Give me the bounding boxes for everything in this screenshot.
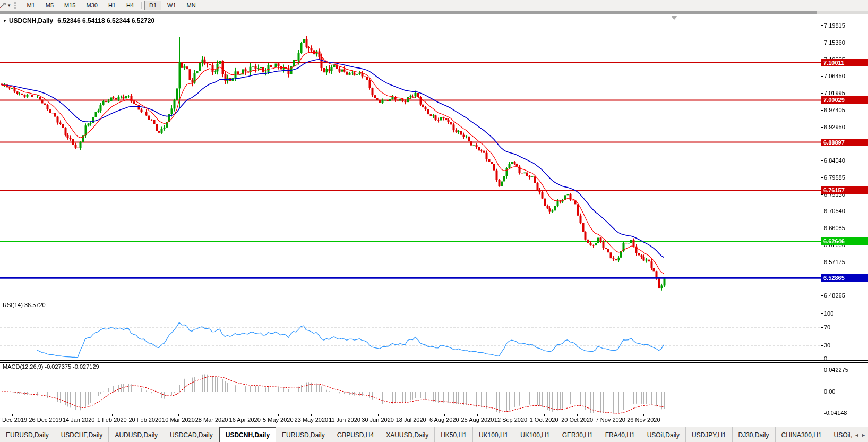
chart-tab-8[interactable]: HK50,H1 [435,427,473,442]
axis-tick-label: 6.92950 [824,124,845,130]
toolbar-separator [141,2,142,9]
axis-tick-label: 20 Oct 2020 [561,416,593,423]
timeframe-button-m15[interactable]: M15 [59,1,80,10]
chart-tab-bar: EURUSD,DailyUSDCHF,DailyAUDUSD,DailyUSDC… [0,427,868,442]
chart-tab-2[interactable]: AUDUSD,Daily [109,427,164,442]
axis-tick-label: 6.70540 [824,208,845,214]
axis-tick-label: 100 [824,310,833,317]
axis-tick-label: 7.06450 [824,73,845,79]
chart-tab-10[interactable]: UK100,H1 [514,427,556,442]
tab-scroll-left-icon[interactable]: ◄ [854,432,859,438]
price-line-tag: 7.10011 [821,59,868,66]
collapse-triangle-icon[interactable]: ▼ [3,19,7,23]
chart-tab-3[interactable]: USDCAD,Daily [164,427,219,442]
axis-tick-label: 11 Jun 2020 [329,416,360,423]
chart-shift-marker-icon[interactable] [671,16,677,20]
chart-title: ▼USDCNH,Daily6.52346 6.54118 6.52344 6.5… [3,17,154,24]
price-line-tag: 6.52865 [821,274,868,282]
chart-tab-4[interactable]: USDCNH,Daily [219,427,276,442]
axis-tick-label: 25 Aug 2020 [461,416,494,423]
chart-ohlc-values: 6.52346 6.54118 6.52344 6.52720 [57,17,154,24]
axis-tick-label: 30 [824,342,830,348]
axis-tick-label: 70 [824,324,830,330]
tab-strip: EURUSD,DailyUSDCHF,DailyAUDUSD,DailyUSDC… [0,427,863,442]
chart-tab-13[interactable]: USOil,Daily [641,427,686,442]
axis-tick-label: 28 Mar 2020 [195,416,228,423]
app-root: ▾ M1M5M15M30H1H4D1W1MN ▼USDCNH,Daily6.52… [0,0,868,442]
chart-tab-12[interactable]: FRA40,H1 [599,427,641,442]
panel-divider-rsi[interactable] [0,298,868,300]
price-line-tag: 6.76157 [821,186,868,194]
price-line-tag: 6.62646 [821,237,868,245]
scrollbar-thumb[interactable] [0,11,817,14]
axis-tick-label: 6.79585 [824,174,845,181]
chart-horizontal-scrollbar[interactable] [0,11,868,14]
chart-tab-1[interactable]: USDCHF,Daily [55,427,109,442]
chart-tab-9[interactable]: UK100,H1 [473,427,514,442]
axis-tick-label: 6.57175 [824,259,845,265]
timeframe-button-w1[interactable]: W1 [162,1,181,10]
chart-tab-7[interactable]: XAUUSD,Daily [380,427,435,442]
timeframe-button-m30[interactable]: M30 [82,1,102,10]
axis-tick-label: 7 Dec 2019 [0,416,27,423]
axis-tick-label: 6.66085 [824,225,845,231]
axis-tick-label: 26 Nov 2020 [627,416,660,423]
chart-tab-14[interactable]: USDJPY,H1 [686,427,732,442]
axis-tick-label: 6 Aug 2020 [429,416,459,423]
axis-tick-label: 7 Nov 2020 [596,416,625,423]
panel-divider-macd[interactable] [0,359,868,362]
timeframe-toolbar: ▾ M1M5M15M30H1H4D1W1MN [0,0,868,11]
timeframe-button-d1[interactable]: D1 [144,1,161,10]
timeframe-button-h4[interactable]: H4 [122,1,139,10]
timeframe-button-mn[interactable]: MN [182,1,201,10]
timeframe-buttons: M1M5M15M30H1H4D1W1MN [22,1,201,10]
chart-tab-6[interactable]: GBPUSD,H4 [331,427,380,442]
dropdown-caret-icon[interactable]: ▾ [7,3,13,8]
chart-tab-0[interactable]: EURUSD,Daily [0,427,55,442]
timeframe-button-m1[interactable]: M1 [22,1,40,10]
chart-window: ▼USDCNH,Daily6.52346 6.54118 6.52344 6.5… [0,14,868,427]
axis-tick-label: 6.97405 [824,107,845,113]
axis-tick-label: 14 Jan 2020 [63,416,95,423]
axis-tick-label: 30 Jun 2020 [362,416,394,423]
tab-scroll-right-icon[interactable]: ► [861,432,866,438]
chart-tab-11[interactable]: GER30,H1 [556,427,599,442]
chart-symbol-label: USDCNH,Daily [9,17,53,24]
chart-tab-5[interactable]: EURUSD,Daily [276,427,331,442]
axis-tick-label: 7.19815 [824,22,845,29]
axis-tick-label: 12 Sep 2020 [494,416,527,423]
price-chart-canvas[interactable] [0,14,868,427]
timeframe-button-m5[interactable]: M5 [41,1,58,10]
toolbar-grip[interactable] [14,2,18,9]
axis-tick-label: 23 May 2020 [295,416,329,423]
macd-label: MACD(12,26,9) -0.027375 -0.027129 [3,363,99,370]
axis-tick-label: 26 Dec 2019 [29,416,62,423]
price-line-tag: 6.88897 [821,139,868,146]
axis-tick-label: 0.00 [824,388,835,395]
price-line-tag: 7.00029 [821,96,868,104]
axis-tick-label: 6.84040 [824,157,845,164]
cursor-tool-icon[interactable] [0,2,7,9]
tab-scroll-buttons: ◄ ► [852,428,868,442]
axis-tick-label: 20 Feb 2020 [129,416,162,423]
axis-tick-label: 7.15360 [824,39,845,46]
axis-tick-label: 0.042275 [824,367,848,373]
axis-tick-label: 1 Oct 2020 [530,416,558,423]
axis-tick-label: -0.04148 [824,410,847,416]
chart-tab-15[interactable]: DJ30,Daily [733,427,776,442]
chart-tab-16[interactable]: CHINA300,H1 [776,427,828,442]
axis-tick-label: 10 Mar 2020 [162,416,195,423]
axis-tick-label: 5 May 2020 [263,416,293,423]
axis-tick-label: 16 Apr 2020 [229,416,261,423]
axis-tick-label: 1 Feb 2020 [97,416,127,423]
timeframe-button-h1[interactable]: H1 [104,1,121,10]
axis-tick-label: 18 Jul 2020 [396,416,426,423]
axis-tick-label: 7.01995 [824,90,845,96]
rsi-label: RSI(14) 36.5720 [3,302,46,308]
